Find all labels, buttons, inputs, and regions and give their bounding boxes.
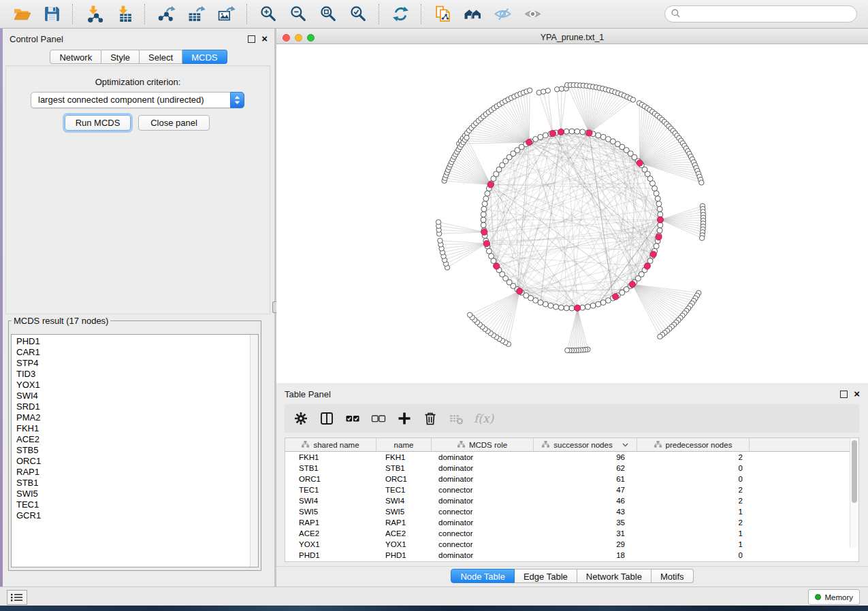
- network-node[interactable]: [655, 196, 660, 201]
- clear-all-checkboxes-icon[interactable]: [370, 410, 387, 427]
- search-input[interactable]: [684, 8, 856, 20]
- column-header-successor-nodes[interactable]: successor nodes: [534, 438, 637, 451]
- network-node[interactable]: [596, 301, 601, 307]
- network-node[interactable]: [654, 191, 659, 196]
- network-graph[interactable]: [276, 44, 868, 384]
- close-panel-button[interactable]: Close panel: [138, 115, 210, 131]
- network-node[interactable]: [541, 89, 546, 94]
- network-node[interactable]: [650, 181, 656, 186]
- network-node[interactable]: [569, 129, 575, 134]
- network-node[interactable]: [528, 88, 532, 93]
- export-image-icon[interactable]: [216, 4, 236, 24]
- mcds-result-item[interactable]: PHD1: [16, 336, 250, 347]
- network-node[interactable]: [489, 253, 494, 259]
- zoom-selected-icon[interactable]: [348, 4, 368, 24]
- tab-style[interactable]: Style: [101, 50, 140, 64]
- tab-node-table[interactable]: Node Table: [451, 569, 515, 583]
- zoom-out-icon[interactable]: [288, 4, 308, 24]
- mcds-hub-node[interactable]: [483, 240, 489, 246]
- tab-mcds[interactable]: MCDS: [182, 50, 227, 64]
- mcds-hub-node[interactable]: [629, 281, 635, 287]
- select-all-checkboxes-icon[interactable]: [344, 410, 361, 427]
- hide-selected-icon[interactable]: [492, 4, 513, 24]
- import-network-icon[interactable]: [84, 4, 104, 24]
- mcds-result-item[interactable]: STB5: [16, 445, 250, 456]
- network-node[interactable]: [482, 201, 487, 207]
- mcds-result-item[interactable]: CAR1: [16, 347, 250, 358]
- table-row[interactable]: TEC1TEC1connector472: [285, 484, 858, 495]
- tab-select[interactable]: Select: [140, 50, 182, 64]
- export-table-icon[interactable]: [186, 4, 206, 24]
- network-node[interactable]: [657, 228, 662, 233]
- network-node[interactable]: [438, 238, 443, 243]
- network-node[interactable]: [654, 244, 659, 249]
- refresh-icon[interactable]: [390, 4, 411, 24]
- table-row[interactable]: STB1STB1dominator620: [285, 463, 858, 474]
- table-row[interactable]: SWI4SWI4dominator462: [285, 495, 858, 506]
- column-header-predecessor-nodes[interactable]: predecessor nodes: [637, 438, 750, 451]
- column-header-name[interactable]: name: [376, 438, 432, 451]
- network-node[interactable]: [564, 306, 569, 311]
- clone-network-icon[interactable]: [432, 4, 453, 24]
- mcds-result-item[interactable]: ACE2: [16, 434, 250, 445]
- network-node[interactable]: [533, 137, 539, 142]
- mcds-result-item[interactable]: STB1: [16, 478, 250, 489]
- mcds-hub-node[interactable]: [586, 130, 592, 136]
- listbox-scrollbar[interactable]: [250, 335, 258, 567]
- mcds-result-item[interactable]: FKH1: [16, 423, 250, 434]
- close-window-icon[interactable]: [283, 34, 290, 42]
- network-node[interactable]: [658, 334, 662, 339]
- network-window-titlebar[interactable]: YPA_prune.txt_1: [276, 31, 868, 44]
- network-node[interactable]: [564, 129, 569, 134]
- mcds-hub-node[interactable]: [650, 251, 656, 257]
- network-node[interactable]: [543, 301, 548, 307]
- network-node[interactable]: [596, 133, 601, 138]
- network-node[interactable]: [590, 303, 596, 308]
- network-node[interactable]: [467, 312, 472, 317]
- network-node[interactable]: [580, 129, 585, 135]
- mcds-result-item[interactable]: TID3: [16, 369, 250, 380]
- delete-column-icon[interactable]: [422, 410, 438, 427]
- mcds-hub-node[interactable]: [494, 263, 500, 269]
- close-panel-icon[interactable]: ×: [261, 35, 268, 42]
- network-canvas[interactable]: [276, 44, 868, 384]
- network-node[interactable]: [538, 134, 543, 139]
- table-scrollbar-thumb[interactable]: [852, 440, 857, 503]
- mcds-result-item[interactable]: SWI5: [16, 489, 250, 499]
- network-node[interactable]: [543, 133, 548, 138]
- column-header-MCDS-role[interactable]: MCDS role: [432, 438, 534, 451]
- minimize-window-icon[interactable]: [295, 34, 302, 42]
- network-node[interactable]: [630, 97, 635, 102]
- network-node[interactable]: [538, 300, 543, 306]
- table-row[interactable]: RAP1RAP1dominator352: [285, 517, 858, 528]
- network-node[interactable]: [481, 222, 486, 228]
- mcds-result-item[interactable]: PMA2: [16, 412, 250, 423]
- network-node[interactable]: [558, 305, 564, 310]
- open-session-icon[interactable]: [12, 4, 32, 24]
- network-node[interactable]: [555, 87, 560, 92]
- float-panel-icon[interactable]: [248, 35, 255, 43]
- first-neighbors-icon[interactable]: [462, 4, 483, 24]
- network-node[interactable]: [657, 206, 662, 212]
- column-header-shared-name[interactable]: shared name: [285, 438, 376, 451]
- mcds-result-item[interactable]: YOX1: [16, 380, 250, 391]
- network-node[interactable]: [486, 248, 492, 254]
- mcds-hub-node[interactable]: [558, 129, 564, 135]
- mcds-hub-node[interactable]: [526, 139, 532, 146]
- run-mcds-button[interactable]: Run MCDS: [65, 115, 131, 131]
- table-settings-icon[interactable]: [293, 410, 309, 427]
- network-node[interactable]: [481, 212, 486, 217]
- criterion-dropdown[interactable]: largest connected component (undirected): [31, 92, 244, 108]
- network-node[interactable]: [585, 304, 590, 310]
- mcds-result-item[interactable]: GCR1: [16, 510, 250, 521]
- tab-network[interactable]: Network: [50, 50, 101, 64]
- network-node[interactable]: [553, 304, 559, 310]
- mcds-hub-node[interactable]: [656, 234, 662, 240]
- table-row[interactable]: YOX1YOX1connector291: [285, 539, 858, 550]
- save-session-icon[interactable]: [42, 4, 62, 24]
- table-row[interactable]: FKH1FKH1dominator962: [285, 452, 858, 463]
- network-node[interactable]: [569, 306, 575, 311]
- table-row[interactable]: SWI5SWI5connector431: [285, 506, 858, 517]
- network-node[interactable]: [699, 235, 704, 240]
- export-network-icon[interactable]: [156, 4, 176, 24]
